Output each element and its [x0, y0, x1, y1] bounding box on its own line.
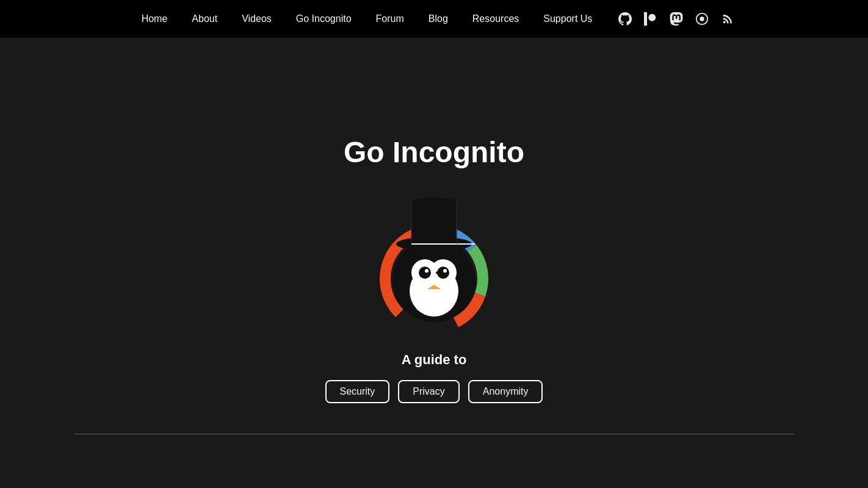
nav-link-videos[interactable]: Videos [231, 9, 283, 29]
svg-point-13 [419, 267, 431, 279]
svg-rect-19 [411, 203, 457, 245]
svg-rect-1 [644, 12, 647, 26]
signal-icon[interactable] [692, 9, 712, 29]
wave-divider [0, 38, 868, 87]
svg-point-3 [700, 16, 704, 21]
navbar: Home About Videos Go Incognito Forum Blo… [0, 0, 868, 38]
nav-link-support-us[interactable]: Support Us [532, 9, 603, 29]
mascot-container [367, 187, 501, 334]
anonymity-tag-button[interactable]: Anonymity [468, 380, 543, 403]
nav-link-blog[interactable]: Blog [418, 9, 459, 29]
nav-links: Home About Videos Go Incognito Forum Blo… [131, 9, 604, 29]
svg-point-16 [443, 269, 447, 273]
nav-link-resources[interactable]: Resources [461, 9, 530, 29]
guide-text: A guide to [402, 352, 467, 368]
svg-point-20 [411, 198, 457, 207]
patreon-icon[interactable] [641, 9, 660, 29]
nav-icons [615, 9, 737, 29]
main-content: Go Incognito [0, 87, 868, 471]
nav-link-forum[interactable]: Forum [365, 9, 415, 29]
privacy-tag-button[interactable]: Privacy [398, 380, 459, 403]
section-divider [74, 434, 794, 434]
svg-point-14 [437, 267, 449, 279]
mastodon-icon[interactable] [667, 9, 686, 29]
nav-link-go-incognito[interactable]: Go Incognito [285, 9, 363, 29]
nav-link-home[interactable]: Home [131, 9, 179, 29]
nav-link-about[interactable]: About [181, 9, 228, 29]
github-icon[interactable] [615, 9, 635, 29]
mascot-logo [370, 190, 498, 331]
svg-point-0 [649, 14, 656, 21]
security-tag-button[interactable]: Security [325, 380, 390, 403]
svg-point-15 [425, 269, 429, 273]
tag-buttons: Security Privacy Anonymity [325, 380, 543, 403]
rss-icon[interactable] [718, 9, 737, 29]
nav-inner: Home About Videos Go Incognito Forum Blo… [131, 9, 738, 29]
page-title: Go Incognito [344, 135, 524, 169]
